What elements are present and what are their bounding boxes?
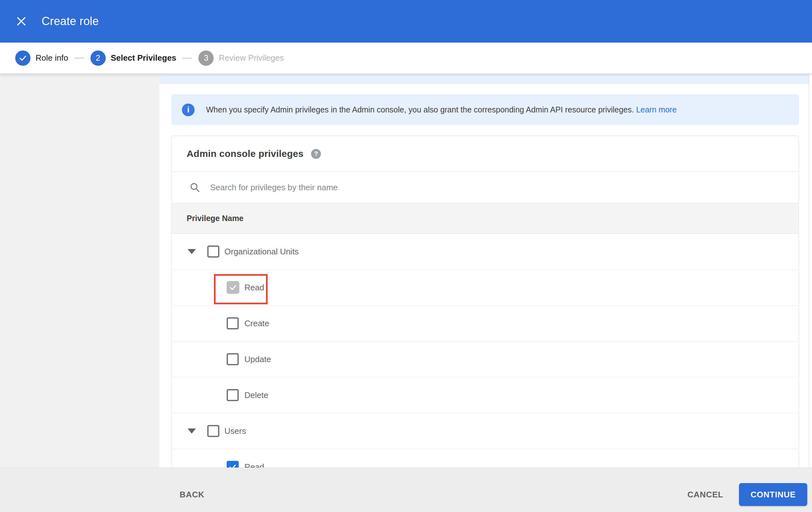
- step-1-circle: [15, 51, 30, 66]
- step-select-privileges[interactable]: 2 Select Privileges: [90, 51, 176, 66]
- delete-checkbox[interactable]: [227, 389, 239, 401]
- privilege-search-row: [172, 172, 799, 203]
- read-checkbox[interactable]: [227, 461, 239, 467]
- organizational-units-checkbox[interactable]: [207, 245, 219, 258]
- left-panel: [0, 74, 160, 467]
- step-3-circle: 3: [198, 51, 214, 66]
- continue-button[interactable]: CONTINUE: [739, 483, 807, 506]
- privilege-row-users: Users: [172, 413, 799, 449]
- read-checkbox: [227, 281, 239, 294]
- create-role-dialog: Create role Role info 2 Select Privilege…: [0, 0, 812, 512]
- close-button[interactable]: [15, 15, 28, 28]
- info-banner-message: When you specify Admin privileges in the…: [206, 105, 634, 114]
- step-connector: [182, 57, 192, 59]
- privilege-row-delete: Delete: [172, 377, 799, 413]
- cancel-button[interactable]: CANCEL: [683, 483, 728, 506]
- scrolled-card-edge: [160, 74, 809, 84]
- scrollbar-track[interactable]: [809, 74, 812, 467]
- users-checkbox[interactable]: [207, 425, 219, 437]
- info-banner: i When you specify Admin privileges in t…: [171, 94, 799, 125]
- close-icon: [16, 16, 27, 27]
- privilege-row-read: Read: [172, 449, 799, 467]
- create-checkbox[interactable]: [227, 317, 239, 329]
- check-icon: [229, 283, 237, 292]
- privilege-label-organizational-units: Organizational Units: [225, 247, 299, 257]
- privilege-label-create: Create: [244, 319, 269, 328]
- footer-bar: BACK CANCEL CONTINUE: [0, 467, 812, 512]
- search-icon: [190, 182, 200, 193]
- back-button[interactable]: BACK: [171, 483, 213, 506]
- info-banner-text: When you specify Admin privileges in the…: [206, 105, 677, 114]
- card-title: Admin console privileges: [187, 148, 303, 159]
- table-header-row: Privilege Name: [172, 203, 799, 234]
- privilege-label-read: Read: [244, 283, 264, 293]
- check-icon: [229, 463, 237, 467]
- card-header: Admin console privileges ?: [172, 136, 799, 172]
- privilege-search-input[interactable]: [210, 183, 718, 192]
- expand-arrow-icon[interactable]: [187, 428, 196, 434]
- privilege-label-users: Users: [225, 426, 246, 436]
- check-icon: [19, 54, 27, 62]
- step-connector: [74, 57, 84, 59]
- learn-more-link[interactable]: Learn more: [636, 105, 677, 114]
- stepper: Role info 2 Select Privileges 3 Review P…: [0, 43, 812, 74]
- step-1-label: Role info: [35, 53, 68, 63]
- column-header-privilege-name: Privilege Name: [187, 214, 243, 223]
- expand-arrow-icon[interactable]: [187, 249, 196, 254]
- step-review-privileges: 3 Review Privileges: [198, 51, 284, 66]
- privilege-label-delete: Delete: [244, 390, 268, 400]
- page-title: Create role: [41, 15, 99, 28]
- info-icon: i: [182, 104, 195, 116]
- privilege-label-update: Update: [244, 354, 271, 364]
- privilege-row-create: Create: [172, 305, 799, 342]
- privilege-label-read: Read: [244, 462, 264, 468]
- dialog-header: Create role: [0, 0, 812, 43]
- help-icon[interactable]: ?: [311, 149, 321, 159]
- privilege-row-organizational-units: Organizational Units: [172, 234, 799, 270]
- step-2-label: Select Privileges: [111, 53, 176, 63]
- privilege-row-read: Read: [172, 270, 799, 305]
- privilege-row-update: Update: [172, 342, 799, 377]
- privilege-rows: Organizational UnitsReadCreateUpdateDele…: [172, 234, 799, 467]
- step-3-label: Review Privileges: [219, 53, 284, 63]
- step-role-info[interactable]: Role info: [15, 51, 68, 66]
- update-checkbox[interactable]: [227, 353, 239, 365]
- privileges-card: Admin console privileges ? Privilege Nam…: [171, 136, 799, 467]
- step-2-circle: 2: [90, 51, 106, 66]
